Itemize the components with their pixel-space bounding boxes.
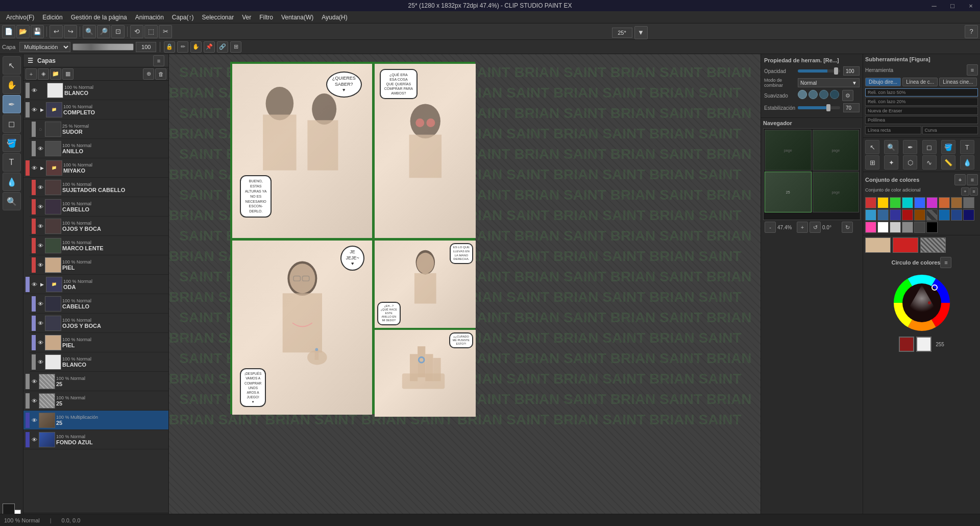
swatch-12[interactable]	[902, 209, 913, 221]
smooth-3[interactable]	[819, 90, 828, 99]
menu-seleccionar[interactable]: Seleccionar	[198, 13, 238, 22]
nav-preview[interactable]: page page 25 p	[763, 128, 861, 220]
swatch-16[interactable]	[951, 209, 962, 221]
layer-item-piel-m[interactable]: 👁 100 % Normal PIEL	[30, 255, 168, 275]
palette-tan[interactable]	[865, 237, 891, 253]
new-vector-layer[interactable]: ◈	[38, 68, 49, 80]
layer-vis-completo[interactable]: 👁	[31, 106, 38, 113]
swatch-2[interactable]	[890, 197, 901, 208]
layer-expand-miyako[interactable]: ▶	[39, 165, 45, 171]
menu-edicion[interactable]: Edición	[38, 13, 66, 22]
color-wheel-container[interactable]	[891, 272, 952, 333]
swatch-10[interactable]	[877, 209, 889, 221]
layer-item-oda[interactable]: 👁 ▶ 📁 100 % Normal ODA	[23, 275, 168, 294]
nav-rotate-left[interactable]: ↺	[810, 222, 821, 233]
current-color-swatch[interactable]	[899, 337, 914, 352]
tool-sm-5[interactable]: 🪣	[941, 140, 955, 154]
eraser-tool[interactable]: ◻	[3, 114, 21, 133]
blend-mode-select[interactable]: Multiplicación Normal Suavizado	[19, 42, 70, 52]
tool-sm-7[interactable]: ⊞	[865, 155, 879, 170]
menu-archivo[interactable]: Archivo(F)	[2, 13, 38, 22]
line-sample-5[interactable]: Línea recta	[865, 126, 921, 134]
delete-layer[interactable]: 🗑	[155, 68, 166, 80]
layer-item-ojos-m[interactable]: 👁 100 % Normal OJOS Y BOCA	[30, 217, 168, 236]
swatch-17[interactable]	[963, 209, 974, 221]
layer-item-fondo[interactable]: 👁 100 % Normal FONDO AZUL	[23, 430, 168, 449]
layer-vis-blanco[interactable]: 👁	[31, 87, 38, 94]
new-raster-layer[interactable]: +	[26, 68, 37, 80]
opacity-bar[interactable]	[72, 43, 134, 51]
layer-expand-oda[interactable]: ▶	[39, 281, 45, 288]
smooth-2[interactable]	[808, 90, 818, 99]
tool-sm-9[interactable]: ⬡	[903, 155, 917, 170]
layer-vis-ojos-m[interactable]: 👁	[37, 223, 44, 230]
layer-expand-completo[interactable]: ▶	[39, 107, 45, 113]
menu-ventana[interactable]: Ventana(W)	[277, 13, 317, 22]
swatch-11[interactable]	[890, 209, 901, 221]
swatch-7[interactable]	[951, 197, 962, 208]
layer-item-ojos-o[interactable]: 👁 100 % Normal OJOS Y BOCA	[30, 314, 168, 333]
move-tool[interactable]: ✋	[3, 76, 21, 94]
new-folder-layer[interactable]: 📁	[50, 68, 61, 80]
crop-button[interactable]: ✂	[159, 25, 172, 38]
menu-capa[interactable]: Capa(↑)	[168, 13, 198, 22]
line-sample-1[interactable]: Reli. con lazo 50%	[865, 88, 978, 97]
nav-rotate-right[interactable]: ↻	[842, 222, 853, 233]
subtool-opt-cine[interactable]: Líneas cine...	[939, 78, 976, 86]
stabilize-slider[interactable]	[798, 106, 840, 109]
select-tool[interactable]: ↖	[3, 56, 21, 75]
layer-vis-25a[interactable]: 👁	[31, 378, 38, 385]
pin-button[interactable]: 📌	[204, 41, 215, 53]
fill-layer[interactable]: ▦	[62, 68, 74, 80]
text-tool[interactable]: T	[3, 153, 21, 172]
color-sub-expand[interactable]: +	[961, 187, 969, 196]
layer-item-blanco[interactable]: 👁 100 % Normal BLANCO	[23, 81, 168, 100]
palette-checker[interactable]	[920, 237, 946, 253]
swatch-3[interactable]	[902, 197, 913, 208]
fit-button[interactable]: ⊡	[111, 25, 125, 38]
swatch-23[interactable]	[926, 222, 938, 233]
tool-sm-1[interactable]: ↖	[865, 140, 879, 154]
swatch-14[interactable]	[926, 209, 938, 221]
layer-lock-blanco[interactable]	[39, 87, 46, 94]
pen-tool[interactable]: ✒	[3, 95, 21, 113]
tool-sm-2[interactable]: 🔍	[884, 140, 898, 154]
new-file-button[interactable]: 📄	[2, 25, 15, 38]
blend-value[interactable]: Normal ▼	[798, 78, 860, 87]
smooth-settings[interactable]: ⚙	[842, 90, 853, 101]
swatch-8[interactable]	[963, 197, 974, 208]
nav-thumb-4[interactable]: page	[813, 172, 860, 212]
layer-vis-piel-m[interactable]: 👁	[37, 261, 44, 269]
line-sample-6[interactable]: Curva	[922, 126, 978, 134]
layer-item-sujetador[interactable]: 👁 100 % Normal SUJETADOR CABELLO	[30, 178, 168, 197]
tool-sm-10[interactable]: ∿	[922, 155, 937, 170]
maximize-button[interactable]: □	[943, 0, 962, 11]
swatch-9[interactable]	[865, 209, 876, 221]
transform-button[interactable]: ⟲	[130, 25, 143, 38]
layer-vis-anillo[interactable]: 👁	[37, 145, 44, 152]
swatch-6[interactable]	[939, 197, 950, 208]
swatch-5[interactable]	[926, 197, 938, 208]
tool-sm-3[interactable]: ✒	[903, 140, 917, 154]
fill-tool[interactable]: 🪣	[3, 134, 21, 152]
bg-color-swatch[interactable]	[916, 337, 932, 352]
swatch-19[interactable]	[877, 222, 889, 233]
swatch-21[interactable]	[902, 222, 913, 233]
help-button[interactable]: ?	[965, 25, 978, 38]
zoom-tool[interactable]: 🔍	[3, 192, 21, 210]
color-set-add[interactable]: +	[954, 174, 966, 185]
layer-vis-blanco-o[interactable]: 👁	[37, 358, 44, 366]
line-sample-4[interactable]: Polilinea	[865, 116, 978, 124]
palette-red[interactable]	[893, 237, 918, 253]
lock-transparent-button[interactable]: 🔒	[164, 41, 175, 53]
open-button[interactable]: 📂	[16, 25, 30, 38]
smooth-1[interactable]	[798, 90, 807, 99]
layer-vis-sujetador[interactable]: 👁	[37, 184, 44, 191]
stabilize-value[interactable]: 70	[843, 103, 860, 112]
layer-item-sudor[interactable]: ○ 25 % Normal SUDOR	[30, 119, 168, 139]
subtool-opt-direct[interactable]: Dibujo dire...	[865, 78, 901, 86]
swatch-13[interactable]	[914, 209, 925, 221]
merge-layer[interactable]: ⊕	[143, 68, 154, 80]
canvas-area[interactable]: SAINT BRIAN SAINT BRIAN SAINT BRIAN SAIN…	[169, 54, 761, 526]
layer-vis-miyako[interactable]: 👁	[31, 164, 38, 172]
